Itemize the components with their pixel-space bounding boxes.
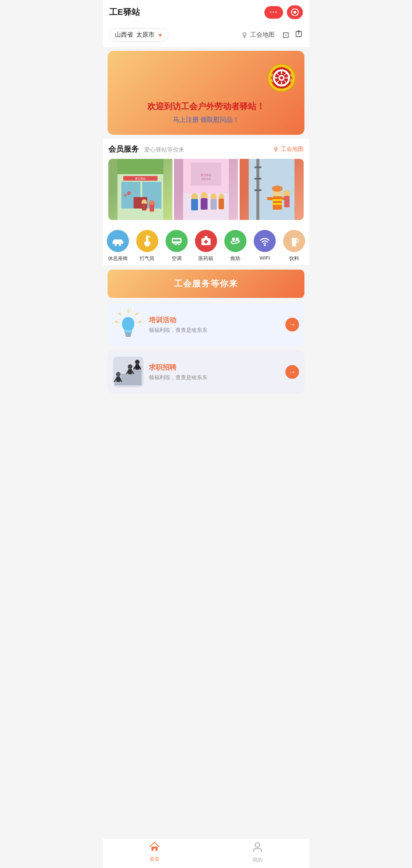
svg-rect-60 (122, 241, 123, 244)
person-icon (253, 842, 262, 852)
banner-subtitle: 马上注册 领取慰问品！ (173, 115, 240, 124)
more-button[interactable]: ··· (264, 6, 283, 19)
icon-medkit-label: 医药箱 (198, 255, 213, 262)
svg-rect-58 (113, 239, 122, 244)
svg-rect-52 (273, 199, 282, 201)
card-training-desc: 领福利啦，查查是啥东东 (149, 327, 280, 334)
icon-drink[interactable]: 饮料 (280, 230, 309, 262)
icon-pump[interactable]: 打气筒 (132, 230, 162, 262)
svg-rect-39 (201, 198, 208, 210)
card-training-arrow[interactable]: → (285, 318, 299, 331)
svg-rect-48 (254, 189, 261, 191)
cup-icon (289, 235, 299, 247)
svg-rect-65 (145, 245, 149, 246)
scan-icon (291, 8, 299, 16)
nav-home-label: 首页 (150, 856, 159, 863)
photo-strip: 爱心驿站 (108, 159, 304, 220)
banner-top (115, 63, 297, 101)
icon-rest-chair-label: 休息座椅 (108, 255, 128, 262)
icon-rest-chair[interactable]: 休息座椅 (103, 230, 132, 262)
svg-line-79 (139, 322, 141, 322)
dropdown-icon: ▼ (158, 32, 163, 38)
main-content: 欢迎到访工会户外劳动者驿站！ 马上注册 领取慰问品！ 会员服务 爱心驿站等你来 … (103, 51, 309, 424)
ac-circle (166, 230, 188, 252)
pump-icon (142, 235, 153, 247)
nav-profile[interactable]: 我的 (206, 842, 309, 863)
icon-wifi-label: WIFI (260, 255, 270, 261)
svg-line-80 (119, 313, 121, 315)
welcome-banner: 欢迎到访工会户外劳动者驿站！ 马上注册 领取慰问品！ (108, 51, 304, 135)
house-icon (149, 842, 160, 852)
svg-point-29 (127, 191, 131, 195)
svg-rect-54 (267, 197, 273, 200)
card-jobs-title: 求职招聘 (149, 363, 280, 372)
svg-rect-98 (135, 364, 139, 370)
lightbulb-icon (113, 309, 143, 340)
union-logo-icon (266, 63, 297, 93)
service-icons-grid: 休息座椅 打气筒 空调 (103, 224, 309, 265)
cards-section: 培训活动 领福利啦，查查是啥东东 → (103, 298, 309, 393)
svg-rect-59 (113, 241, 114, 244)
nav-profile-label: 我的 (253, 857, 262, 863)
section-header: 会员服务 爱心驿站等你来 工会地图 (108, 144, 304, 154)
photo-item-3[interactable] (240, 159, 304, 220)
service-banner-text: 工会服务等你来 (174, 279, 238, 288)
icon-help[interactable]: 救助 (221, 230, 250, 262)
app-title: 工E驿站 (109, 6, 140, 18)
icon-ac[interactable]: 空调 (162, 230, 191, 262)
svg-rect-37 (191, 199, 198, 210)
svg-rect-43 (219, 199, 224, 209)
svg-point-17 (275, 147, 277, 150)
photo-item-2[interactable]: 爱心驿站 相伴之爱 (174, 159, 238, 220)
icon-ac-label: 空调 (172, 255, 182, 262)
location-selector[interactable]: 山西省 太原市 ▼ (109, 28, 169, 42)
wifi-icon (259, 236, 270, 246)
city-label: 太原市 (136, 31, 154, 39)
ac-icon (171, 236, 183, 246)
icon-medkit[interactable]: 医药箱 (191, 230, 220, 262)
svg-rect-53 (273, 203, 282, 205)
share-icon[interactable] (295, 30, 303, 40)
svg-rect-47 (254, 178, 261, 179)
icon-pump-label: 打气筒 (140, 255, 154, 262)
svg-rect-82 (125, 333, 131, 335)
svg-point-97 (135, 360, 140, 364)
member-service-section: 会员服务 爱心驿站等你来 工会地图 (103, 139, 309, 224)
wifi-circle (254, 230, 276, 252)
card-jobs-arrow[interactable]: → (285, 365, 299, 379)
section-map-link[interactable]: 工会地图 (273, 145, 304, 153)
svg-rect-76 (292, 236, 296, 238)
app-header: 工E驿站 ··· (103, 0, 309, 24)
svg-rect-90 (116, 377, 120, 382)
scan-button[interactable] (287, 5, 303, 19)
qr-scan-icon[interactable]: ⊡ (282, 30, 289, 40)
svg-point-30 (124, 194, 127, 197)
svg-rect-71 (204, 241, 208, 242)
svg-rect-51 (273, 196, 282, 210)
icon-help-label: 救助 (230, 255, 240, 262)
map-link[interactable]: 工会地图 (241, 31, 275, 39)
svg-rect-68 (173, 239, 180, 241)
nav-home[interactable]: 首页 (103, 842, 206, 863)
header-actions: ··· (264, 5, 303, 19)
medkit-circle (195, 230, 217, 252)
svg-rect-83 (126, 335, 131, 337)
location-action-icons: ⊡ (282, 30, 303, 40)
card-jobs-desc: 领福利啦，查查是啥东东 (149, 374, 280, 381)
photo-item-1[interactable]: 爱心驿站 (108, 159, 172, 220)
svg-point-72 (232, 238, 235, 241)
icon-wifi[interactable]: WIFI (250, 230, 280, 262)
profile-nav-icon (253, 842, 262, 855)
province-label: 山西省 (115, 31, 133, 39)
svg-line-81 (115, 322, 117, 322)
card-jobs[interactable]: 求职招聘 领福利啦，查查是啥东东 → (108, 351, 304, 393)
svg-point-1 (294, 11, 296, 14)
svg-rect-46 (254, 166, 261, 168)
svg-point-2 (243, 33, 246, 36)
card-training[interactable]: 培训活动 领福利啦，查查是啥东东 → (108, 303, 304, 346)
svg-point-8 (280, 76, 283, 79)
svg-rect-62 (119, 244, 121, 246)
card-training-content: 培训活动 领福利啦，查查是啥东东 (149, 315, 280, 334)
section-title-group: 会员服务 爱心驿站等你来 (108, 144, 184, 154)
svg-point-103 (255, 843, 260, 847)
